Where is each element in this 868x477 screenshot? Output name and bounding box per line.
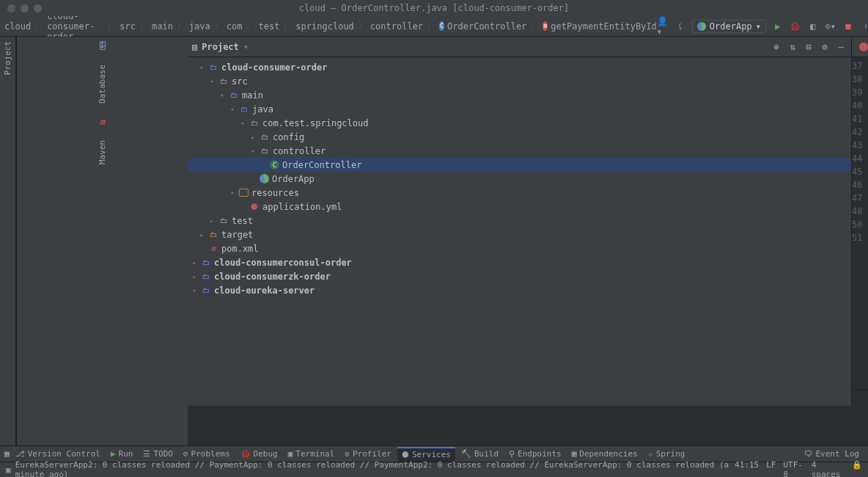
editor-tabs[interactable]: application.yml✕OrderApp.java✕OrderContr… <box>852 37 868 57</box>
tree-node-resources[interactable]: ▾resources <box>188 186 851 200</box>
coverage-button[interactable]: ◧ <box>807 21 819 32</box>
tree-node-com-test-springcloud[interactable]: ▾com.test.springcloud <box>188 116 851 130</box>
run-button[interactable]: ▶Run <box>106 447 138 462</box>
hide-icon[interactable]: — <box>835 41 847 53</box>
profiler-button[interactable]: ⊙Profiler <box>340 447 396 462</box>
tree-node-cloud-consumer-order[interactable]: ▾cloud-consumer-order <box>188 60 851 74</box>
select-opened-icon[interactable]: ⊕ <box>770 41 782 53</box>
file-type-icon <box>859 43 868 51</box>
run-config-icon <box>697 22 706 31</box>
project-title: Project <box>202 42 239 52</box>
lock-icon[interactable]: 🔒 <box>852 460 862 477</box>
stop-button[interactable]: ■ <box>842 21 854 32</box>
terminal-button[interactable]: ▣Terminal <box>284 447 339 462</box>
tree-node-cloud-consumerzk-order[interactable]: ▸cloud-consumerzk-order <box>188 269 851 283</box>
right-tool-stripe: 🗄 Database m Maven <box>16 37 188 477</box>
crumb-cloud[interactable]: cloud <box>4 21 31 32</box>
indent[interactable]: 4 spaces <box>812 460 845 477</box>
vcs-icon: ⎇ <box>15 449 25 459</box>
project-tree[interactable]: ▾cloud-consumer-order▾src▾main▾java▾com.… <box>188 57 851 406</box>
chevron-down-icon: ▾ <box>756 21 761 32</box>
play-icon: ▶ <box>111 449 116 459</box>
tree-node-application-yml[interactable]: application.yml <box>188 200 851 214</box>
tree-node-cloud-eureka-server[interactable]: ▾cloud-eureka-server <box>188 283 851 297</box>
encoding[interactable]: UTF-8 <box>783 460 803 477</box>
todo-icon: ☰ <box>143 449 150 459</box>
problems-button[interactable]: ⊘Problems <box>179 447 235 462</box>
tree-node-main[interactable]: ▾main <box>188 88 851 102</box>
spring-button[interactable]: ⬨Spring <box>644 447 690 462</box>
hammer-icon: 🔨 <box>461 449 471 459</box>
endpoints-button[interactable]: ⚲Endpoints <box>504 447 566 462</box>
bottom-tool-bar: ▦ ⎇Version Control ▶Run ☰TODO ⊘Problems … <box>0 445 868 462</box>
navigation-bar: cloud〉 cloud-consumer-order〉 src〉 main〉 … <box>0 16 868 37</box>
status-bar: ▣EurekaServerApp2: 0 classes reloaded //… <box>0 462 868 477</box>
build-icon[interactable]: ⤹ <box>674 21 686 32</box>
main-toolbar: 👤▾ ⤹ OrderApp▾ ▶ 🐞 ◧ ⊙▾ ■ ⬇ 文A 🔍 ⚙ ⬢ <box>657 20 868 33</box>
editor-area: application.yml✕OrderApp.java✕OrderContr… <box>852 37 868 406</box>
tw-icon[interactable]: ▦ <box>4 449 10 459</box>
maven-tool-button[interactable]: Maven <box>98 140 107 164</box>
dependencies-button[interactable]: ▦Dependencies <box>567 447 642 462</box>
project-view-icon: ▤ <box>192 42 197 52</box>
title-bar: cloud – OrderController.java [cloud-cons… <box>0 0 868 16</box>
event-log-button[interactable]: 🗨Event Log <box>800 447 864 462</box>
profiler-icon: ⊙ <box>345 449 350 459</box>
bug-icon: 🐞 <box>240 449 251 459</box>
run-button[interactable]: ▶ <box>772 21 784 32</box>
tree-node-controller[interactable]: ▾controller <box>188 144 851 158</box>
tab-application-yml[interactable]: application.yml✕ <box>852 37 868 57</box>
project-panel: ▤Project▾ ⊕ ⇅ ⊟ ⚙ — ▾cloud-consumer-orde… <box>188 37 852 406</box>
git-update-icon[interactable]: ⬇ <box>860 21 868 32</box>
user-icon[interactable]: 👤▾ <box>657 21 669 32</box>
project-tool-button[interactable]: Project <box>3 41 12 75</box>
gear-icon[interactable]: ⚙ <box>819 41 831 53</box>
left-tool-stripe: Project Bookmarks Structure <box>0 37 16 477</box>
services-icon: ⬢ <box>402 450 409 459</box>
window-title: cloud – OrderController.java [cloud-cons… <box>0 3 868 13</box>
method-icon: m <box>542 21 548 31</box>
todo-button[interactable]: ☰TODO <box>139 447 177 462</box>
database-tool-icon[interactable]: 🗄 <box>98 41 107 51</box>
problems-icon: ⊘ <box>183 449 188 459</box>
expand-all-icon[interactable]: ⇅ <box>787 41 798 53</box>
tree-node-config[interactable]: ▸config <box>188 130 851 144</box>
caret-position[interactable]: 41:15 <box>735 460 759 477</box>
run-config-selector[interactable]: OrderApp▾ <box>692 20 766 33</box>
tree-node-pom-xml[interactable]: pom.xml <box>188 241 851 255</box>
endpoints-icon: ⚲ <box>509 449 515 459</box>
deps-icon: ▦ <box>572 449 577 459</box>
status-icon: ▣ <box>6 465 11 475</box>
maven-tool-icon[interactable]: m <box>100 117 105 127</box>
services-button[interactable]: ⬢Services <box>397 447 455 462</box>
tree-node-ordercontroller[interactable]: OrderController <box>188 158 851 172</box>
tree-node-test[interactable]: ▸test <box>188 214 851 227</box>
line-numbers[interactable]: 3738394041424344454647485051 <box>852 57 868 390</box>
tree-node-target[interactable]: ▸target <box>188 227 851 241</box>
version-control-button[interactable]: ⎇Version Control <box>11 447 105 462</box>
class-icon: C <box>439 21 444 31</box>
debug-button[interactable]: 🐞Debug <box>236 447 282 462</box>
line-sep[interactable]: LF <box>766 460 776 477</box>
editor-breadcrumb[interactable]: OrderController〉getPaymentEntityById() <box>852 390 868 406</box>
collapse-icon[interactable]: ⊟ <box>803 41 814 53</box>
debug-button[interactable]: 🐞 <box>790 21 801 32</box>
chevron-down-icon[interactable]: ▾ <box>243 42 249 52</box>
tree-node-java[interactable]: ▾java <box>188 102 851 116</box>
profile-button[interactable]: ⊙▾ <box>825 21 836 32</box>
spring-icon: ⬨ <box>648 449 653 459</box>
database-tool-button[interactable]: Database <box>98 65 107 103</box>
build-button[interactable]: 🔨Build <box>457 447 503 462</box>
status-message: EurekaServerApp2: 0 classes reloaded // … <box>15 460 735 477</box>
tree-node-orderapp[interactable]: OrderApp <box>188 172 851 186</box>
event-log-icon: 🗨 <box>804 449 812 459</box>
tree-node-src[interactable]: ▾src <box>188 74 851 88</box>
tree-node-cloud-consumerconsul-order[interactable]: ▸cloud-consumerconsul-order <box>188 255 851 269</box>
terminal-icon: ▣ <box>288 449 293 459</box>
